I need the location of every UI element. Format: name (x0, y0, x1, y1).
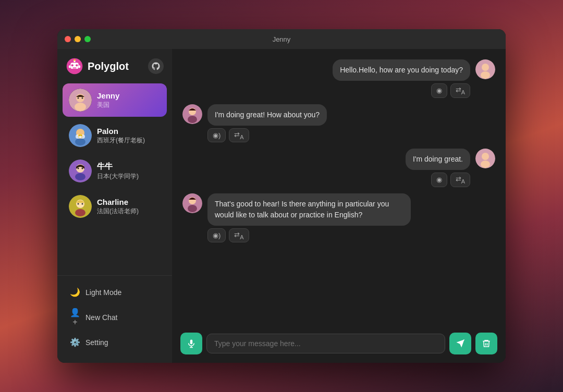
bubble-actions-3: ◉ ⇄A (431, 173, 470, 187)
message-row-4: That's good to hear! Is there anything i… (182, 193, 495, 243)
svg-point-23 (82, 168, 83, 169)
minimize-button[interactable] (75, 36, 81, 42)
bubble-4: That's good to hear! Is there anything i… (207, 193, 411, 226)
svg-rect-8 (79, 65, 80, 68)
brand: Polyglot (66, 57, 129, 75)
speak-icon-2: ◉) (213, 131, 221, 139)
chat-area: Hello.Hello, how are you doing today? ◉ … (172, 49, 506, 363)
chat-messages: Hello.Hello, how are you doing today? ◉ … (172, 49, 506, 327)
svg-point-11 (75, 103, 86, 111)
character-name-palon: Palon (97, 127, 145, 136)
close-button[interactable] (65, 36, 71, 42)
character-desc-charline: 法国(法语老师) (97, 207, 139, 216)
svg-point-26 (75, 209, 85, 216)
app-window: Jenny (57, 29, 506, 363)
speak-btn-2[interactable]: ◉) (207, 128, 226, 143)
character-info-palon: Palon 西班牙(餐厅老板) (97, 127, 145, 145)
speak-btn-1[interactable]: ◉ (431, 83, 447, 98)
bubble-actions-1: ◉ ⇄A (431, 83, 470, 98)
translate-btn-2[interactable]: ⇄A (229, 128, 249, 143)
speak-btn-3[interactable]: ◉ (431, 173, 447, 187)
character-name-jenny: Jenny (97, 91, 119, 100)
speak-icon-1: ◉ (436, 87, 442, 94)
character-item-palon[interactable]: 😷 Palon 西班牙(餐厅老板) (63, 119, 167, 152)
title-bar: Jenny (57, 29, 506, 49)
character-avatar-palon: 😷 (69, 124, 92, 147)
message-row-2: I'm doing great! How about you? ◉) ⇄A (182, 104, 495, 143)
user-avatar-1 (475, 59, 495, 79)
translate-btn-3[interactable]: ⇄A (450, 173, 470, 187)
svg-point-12 (78, 97, 79, 99)
character-item-niuiu[interactable]: 牛牛 日本(大学同学) (63, 154, 167, 188)
svg-rect-4 (73, 68, 77, 69)
github-icon[interactable] (148, 58, 164, 74)
translate-btn-1[interactable]: ⇄A (450, 83, 470, 98)
character-info-jenny: Jenny 美国 (97, 91, 119, 109)
character-info-niuiu: 牛牛 日本(大学同学) (97, 162, 139, 181)
message-row-1: Hello.Hello, how are you doing today? ◉ … (182, 59, 495, 98)
speak-btn-4[interactable]: ◉) (207, 228, 226, 243)
svg-point-36 (482, 153, 489, 160)
new-chat-item[interactable]: 👤+ New Chat (66, 302, 164, 332)
svg-point-21 (75, 173, 85, 180)
message-row-3: I'm doing great. ◉ ⇄A (182, 149, 495, 187)
character-list: Jenny 美国 😷 P (57, 81, 172, 275)
window-title: Jenny (273, 35, 291, 43)
bubble-2: I'm doing great! How about you? (207, 104, 327, 126)
sidebar: Polyglot (57, 49, 172, 363)
bubble-3: I'm doing great. (406, 149, 470, 170)
chat-input-area (172, 327, 506, 363)
svg-point-30 (482, 64, 489, 71)
character-avatar-niuiu (69, 160, 92, 182)
svg-point-13 (82, 97, 83, 99)
message-input[interactable] (206, 334, 445, 353)
bubble-actions-4: ◉) ⇄A (207, 228, 411, 243)
setting-label: Setting (85, 338, 108, 347)
character-avatar-charline (69, 195, 92, 218)
new-chat-icon: 👤+ (70, 308, 80, 327)
svg-rect-7 (69, 65, 70, 68)
message-content-4: That's good to hear! Is there anything i… (207, 193, 411, 243)
user-avatar-3 (475, 149, 495, 168)
svg-point-40 (188, 205, 197, 212)
traffic-lights (65, 36, 91, 42)
character-info-charline: Charline 法国(法语老师) (97, 198, 139, 216)
bubble-1: Hello.Hello, how are you doing today? (333, 59, 470, 81)
sidebar-footer: 🌙 Light Mode 👤+ New Chat ⚙️ Setting (57, 275, 172, 363)
light-mode-item[interactable]: 🌙 Light Mode (66, 282, 164, 302)
character-item-jenny[interactable]: Jenny 美国 (63, 83, 167, 117)
character-name-charline: Charline (97, 198, 139, 206)
mic-button[interactable] (180, 333, 202, 354)
speak-icon-4: ◉) (213, 231, 221, 239)
light-mode-label: Light Mode (85, 288, 121, 297)
svg-point-22 (78, 168, 79, 169)
translate-icon-1: ⇄A (456, 86, 465, 95)
setting-item[interactable]: ⚙️ Setting (66, 332, 164, 352)
character-avatar-jenny (69, 89, 92, 112)
moon-icon: 🌙 (70, 287, 80, 297)
maximize-button[interactable] (84, 36, 91, 42)
message-content-3: I'm doing great. ◉ ⇄A (406, 149, 470, 187)
svg-point-2 (71, 64, 74, 66)
character-desc-palon: 西班牙(餐厅老板) (97, 136, 145, 145)
delete-button[interactable] (475, 333, 497, 354)
svg-point-27 (78, 203, 79, 205)
svg-point-3 (76, 64, 78, 66)
message-content-1: Hello.Hello, how are you doing today? ◉ … (333, 59, 470, 98)
character-name-niuiu: 牛牛 (97, 162, 139, 172)
svg-point-16 (75, 138, 85, 145)
sidebar-header: Polyglot (57, 49, 172, 81)
character-item-charline[interactable]: Charline 法国(法语老师) (63, 190, 167, 223)
send-button[interactable] (449, 333, 471, 354)
character-desc-niuiu: 日本(大学同学) (97, 172, 139, 181)
svg-point-6 (74, 59, 75, 60)
translate-btn-4[interactable]: ⇄A (229, 228, 249, 243)
jenny-avatar-2 (182, 104, 202, 124)
message-content-2: I'm doing great! How about you? ◉) ⇄A (207, 104, 327, 143)
svg-point-28 (82, 203, 83, 205)
translate-icon-2: ⇄A (234, 131, 243, 140)
jenny-avatar-4 (182, 193, 202, 213)
speak-icon-3: ◉ (436, 176, 442, 183)
new-chat-label: New Chat (85, 313, 117, 322)
gear-icon: ⚙️ (70, 337, 80, 347)
